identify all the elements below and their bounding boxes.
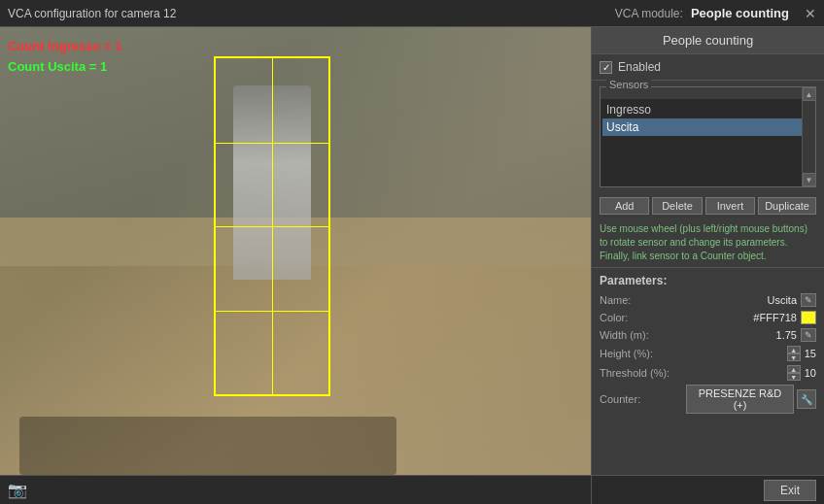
width-value-container: 1.75 ✎ <box>686 328 816 342</box>
counter-edit-button[interactable]: 🔧 <box>797 389 816 409</box>
height-value: 15 <box>805 348 816 359</box>
camera-icon: 📷 <box>8 481 27 499</box>
close-icon[interactable]: ✕ <box>805 6 816 21</box>
enabled-checkbox[interactable]: ✓ <box>600 61 612 74</box>
color-value-container: #FFF718 <box>686 311 816 324</box>
title-bar-right: VCA module: People counting ✕ <box>615 6 816 21</box>
delete-button[interactable]: Delete <box>652 197 702 215</box>
width-edit-button[interactable]: ✎ <box>801 328 816 342</box>
width-value: 1.75 <box>776 329 797 341</box>
sensors-group-label: Sensors <box>606 79 651 90</box>
threshold-label: Threshold (%): <box>600 367 682 379</box>
params-section: Parameters: Name: Uscita ✎ Color: #FFF71… <box>592 268 824 423</box>
color-swatch[interactable] <box>801 311 816 324</box>
enabled-label: Enabled <box>618 60 661 74</box>
count-ingresso: Count Ingresso = 1 <box>8 37 121 57</box>
scroll-up-arrow[interactable]: ▲ <box>803 87 816 101</box>
sensors-buttons: Add Delete Invert Duplicate <box>592 193 824 218</box>
count-uscita: Count Uscita = 1 <box>8 57 121 78</box>
height-spin-up[interactable]: ▲ <box>787 346 801 353</box>
module-label: VCA module: <box>615 7 683 20</box>
threshold-spin-up[interactable]: ▲ <box>787 365 801 373</box>
color-label: Color: <box>600 312 682 323</box>
name-value-container: Uscita ✎ <box>686 293 816 307</box>
sensors-scrollbar: ▲ ▼ <box>802 87 815 186</box>
sensor-item-ingresso[interactable]: Ingresso <box>602 101 813 118</box>
sidebar-title: People counting <box>592 27 824 54</box>
param-row-width: Width (m): 1.75 ✎ <box>600 328 816 342</box>
threshold-spin-down[interactable]: ▼ <box>787 373 801 381</box>
grid-line-v1 <box>272 58 273 394</box>
overlay-counts: Count Ingresso = 1 Count Uscita = 1 <box>8 37 121 78</box>
sidebar-bottom-row: Exit <box>592 475 824 504</box>
name-value: Uscita <box>767 294 797 306</box>
params-title: Parameters: <box>600 274 816 287</box>
color-value: #FFF718 <box>753 312 797 323</box>
threshold-value-container: ▲ ▼ 10 <box>686 365 816 381</box>
param-row-height: Height (%): ▲ ▼ 15 <box>600 346 816 361</box>
height-spinner[interactable]: ▲ ▼ <box>787 346 801 361</box>
camera-view: Count Ingresso = 1 Count Uscita = 1 📷 <box>0 27 591 504</box>
window-title: VCA configuration for camera 12 <box>8 7 176 20</box>
param-row-threshold: Threshold (%): ▲ ▼ 10 <box>600 365 816 381</box>
width-label: Width (m): <box>600 329 682 341</box>
counter-label: Counter: <box>600 393 682 405</box>
enabled-row: ✓ Enabled <box>592 54 824 81</box>
add-button[interactable]: Add <box>600 197 649 215</box>
hint-text: Use mouse wheel (plus left/right mouse b… <box>592 218 824 268</box>
title-bar: VCA configuration for camera 12 VCA modu… <box>0 0 824 27</box>
sensors-list: Ingresso Uscita <box>601 99 815 186</box>
param-row-name: Name: Uscita ✎ <box>600 293 816 307</box>
camera-bottom-bar: 📷 <box>0 475 591 504</box>
height-label: Height (%): <box>600 348 682 359</box>
invert-button[interactable]: Invert <box>705 197 755 215</box>
sidebar: People counting ✓ Enabled Sensors Ingres… <box>591 27 824 504</box>
exit-button[interactable]: Exit <box>764 480 816 501</box>
threshold-value: 10 <box>805 367 816 379</box>
height-spin-down[interactable]: ▼ <box>787 353 801 361</box>
equipment-area <box>19 417 396 475</box>
duplicate-button[interactable]: Duplicate <box>758 197 816 215</box>
param-row-counter: Counter: PRESENZE R&D (+) 🔧 <box>600 385 816 414</box>
sensor-item-uscita[interactable]: Uscita <box>602 118 813 136</box>
counter-value: PRESENZE R&D (+) <box>686 385 794 414</box>
sensors-group: Sensors Ingresso Uscita ▲ ▼ <box>600 86 816 187</box>
threshold-spinner[interactable]: ▲ ▼ <box>787 365 801 381</box>
module-value: People counting <box>691 6 789 20</box>
name-label: Name: <box>600 294 682 306</box>
height-value-container: ▲ ▼ 15 <box>686 346 816 361</box>
scroll-down-arrow[interactable]: ▼ <box>803 173 816 186</box>
param-row-color: Color: #FFF718 <box>600 311 816 324</box>
sensor-overlay <box>214 56 330 396</box>
main-area: Count Ingresso = 1 Count Uscita = 1 📷 Pe… <box>0 27 824 504</box>
name-edit-button[interactable]: ✎ <box>801 293 816 307</box>
